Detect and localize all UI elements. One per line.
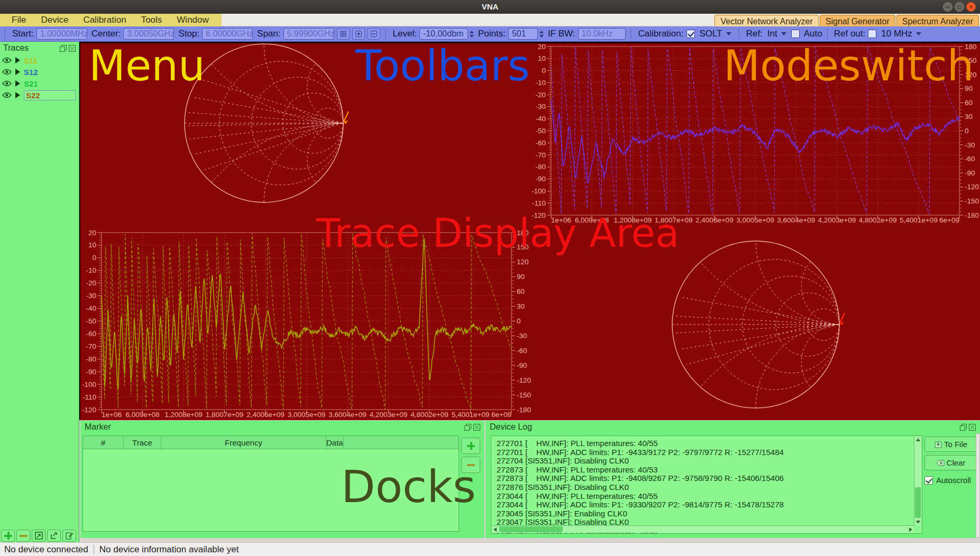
trace-list: S11 S12 S21 S22 [0, 54, 79, 101]
trace-display-area[interactable]: 20100-10-20-30-40-50-60-70-80-90-100-110… [79, 42, 980, 420]
autoscroll-checkbox[interactable] [924, 476, 933, 485]
refout-checkbox[interactable] [868, 30, 876, 38]
points-spinner[interactable] [539, 31, 544, 38]
grid-icon [340, 31, 346, 37]
points-field[interactable]: 501 [508, 28, 538, 40]
svg-text:-70: -70 [535, 151, 546, 159]
refout-freq-dropdown[interactable]: 10 MHz [879, 29, 923, 39]
trace-row[interactable]: S22 [0, 89, 79, 101]
float-dock-icon[interactable] [960, 424, 967, 431]
scrollbar-thumb[interactable] [499, 526, 563, 532]
ref-auto-label: Auto [804, 29, 822, 39]
autoscroll-control[interactable]: Autoscroll [924, 476, 977, 485]
popout-trace-button[interactable] [32, 530, 45, 542]
svg-text:-30: -30 [86, 292, 96, 300]
refout-label: Ref out: [834, 29, 866, 39]
menu-item[interactable]: Window [169, 14, 216, 26]
calibration-type-dropdown[interactable]: SOLT [698, 29, 734, 39]
menu-item[interactable]: File [4, 14, 33, 26]
visibility-eye-icon[interactable] [2, 80, 12, 87]
ref-source-dropdown[interactable]: Int [765, 29, 789, 39]
autoscroll-label: Autoscroll [936, 476, 971, 485]
svg-text:-40: -40 [535, 115, 546, 123]
zoom-in-button[interactable] [352, 28, 365, 40]
toolbar-drag-handle[interactable] [384, 29, 387, 39]
svg-text:0: 0 [542, 67, 546, 75]
menu-item[interactable]: Tools [134, 14, 170, 26]
minus-box-icon [371, 31, 377, 37]
close-dock-icon[interactable] [473, 424, 480, 431]
trace-row[interactable]: S11 [0, 54, 79, 66]
close-dock-icon[interactable] [69, 45, 76, 52]
close-dock-icon[interactable] [969, 424, 976, 431]
zoom-out-button[interactable] [368, 28, 380, 40]
window-title: VNA [0, 0, 980, 14]
log-vertical-scrollbar[interactable] [914, 437, 921, 525]
span-field[interactable]: 5.99900GHz [283, 28, 334, 40]
remove-trace-button[interactable] [16, 530, 30, 542]
trace-row[interactable]: S12 [0, 66, 79, 78]
expand-arrow-icon[interactable] [15, 92, 20, 98]
device-log-view[interactable]: 272701 [ HW,INF]: PLL temperatures: 40/5… [491, 435, 922, 534]
svg-text:-20: -20 [535, 91, 546, 99]
scroll-left-icon[interactable] [493, 527, 497, 532]
trace-row[interactable]: S21 [0, 78, 79, 89]
svg-text:-80: -80 [535, 163, 546, 171]
points-label: Points: [478, 29, 506, 39]
center-field[interactable]: 3.00050GHz [123, 28, 174, 40]
mode-tab[interactable]: Spectrum Analyzer [896, 15, 979, 26]
add-marker-button[interactable] [461, 438, 480, 454]
svg-text:5,4001e+09: 5,4001e+09 [452, 411, 490, 419]
menu-item[interactable]: Device [33, 14, 76, 26]
export-trace-button[interactable] [47, 530, 61, 542]
status-separator [94, 545, 94, 554]
scroll-down-icon[interactable] [916, 521, 920, 524]
marker-table[interactable]: #TraceFrequencyData [83, 435, 459, 532]
dock-resize-strip[interactable] [976, 433, 980, 538]
maximize-button[interactable]: ▢ [955, 2, 964, 12]
log-clear-button[interactable]: Clear [924, 455, 977, 470]
svg-text:1e+06: 1e+06 [551, 216, 571, 224]
edit-trace-button[interactable] [62, 530, 76, 542]
float-dock-icon[interactable] [60, 45, 67, 52]
calibration-checkbox[interactable] [686, 30, 695, 38]
stop-field[interactable]: 6.00000GHz [202, 28, 253, 40]
scroll-up-icon[interactable] [916, 438, 920, 441]
svg-text:60: 60 [517, 288, 525, 295]
toolbar-drag-handle[interactable] [738, 29, 740, 39]
expand-arrow-icon[interactable] [15, 69, 20, 75]
start-field[interactable]: 1.00000MHz [36, 28, 87, 40]
mode-tab[interactable]: Signal Generator [820, 15, 895, 26]
toolbar-drag-handle[interactable] [4, 29, 6, 39]
close-button[interactable]: ✕ [966, 2, 976, 12]
visibility-eye-icon[interactable] [2, 69, 12, 75]
device-log-title: Device Log [490, 422, 958, 432]
ifbw-field[interactable]: 10.0kHz [578, 28, 626, 40]
svg-text:5,4001e+09: 5,4001e+09 [900, 216, 938, 224]
svg-text:90: 90 [965, 85, 973, 92]
log-horizontal-scrollbar[interactable] [492, 525, 914, 533]
expand-arrow-icon[interactable] [15, 80, 20, 87]
menu-item[interactable]: Calibration [76, 14, 133, 26]
visibility-eye-icon[interactable] [2, 57, 12, 63]
remove-marker-button[interactable] [461, 457, 480, 473]
toolbar-drag-handle[interactable] [630, 29, 633, 39]
fit-view-button[interactable] [337, 28, 350, 40]
log-line: 273044 [ HW,INF]: PLL temperatures: 40/5… [497, 492, 911, 501]
log-to-file-button[interactable]: To File [924, 437, 977, 452]
float-dock-icon[interactable] [464, 424, 471, 431]
level-field[interactable]: -10,00dbm [419, 28, 468, 40]
scroll-right-icon[interactable] [909, 527, 912, 532]
svg-text:1e+06: 1e+06 [102, 411, 122, 419]
visibility-eye-icon[interactable] [2, 92, 12, 98]
svg-text:-90: -90 [86, 368, 96, 376]
add-trace-button[interactable] [1, 530, 15, 542]
level-spinner[interactable] [470, 31, 474, 38]
ref-auto-checkbox[interactable] [791, 30, 800, 38]
scrollbar-thumb[interactable] [915, 487, 921, 518]
mode-tab[interactable]: Vector Network Analyzer [715, 15, 818, 26]
expand-arrow-icon[interactable] [15, 57, 20, 63]
minimize-button[interactable]: − [943, 2, 952, 12]
traces-dock-titlebar: Traces [0, 42, 79, 54]
chevron-down-icon [916, 32, 921, 35]
